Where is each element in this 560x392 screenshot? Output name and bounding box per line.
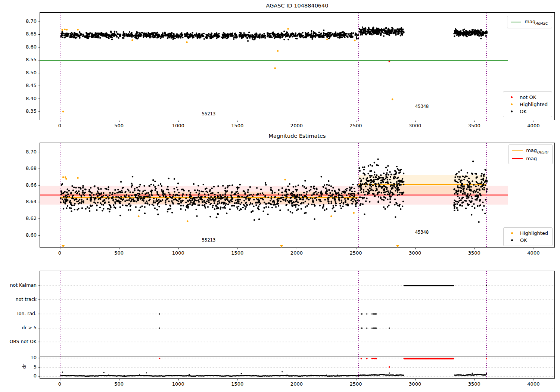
ok-point (240, 32, 242, 34)
ok-point (243, 32, 245, 34)
top-plot-marker-legend: not OK Highlighted OK (503, 91, 552, 117)
ok-point (304, 212, 305, 214)
ok-point (226, 190, 228, 192)
ok-point (239, 210, 240, 211)
ok-point (120, 196, 122, 197)
ok-point (380, 174, 382, 176)
ok-point (346, 33, 348, 34)
ok-point (361, 192, 362, 193)
x-tick-label: 2500 (345, 250, 367, 256)
ok-point (120, 198, 121, 199)
ok-point (222, 207, 224, 208)
ok-point (306, 205, 308, 207)
flag-point (159, 327, 160, 329)
ok-point (177, 194, 178, 196)
ok-point (464, 177, 465, 178)
ok-point (363, 30, 364, 31)
ok-point (231, 201, 233, 202)
ok-point (318, 32, 320, 33)
ok-point (387, 181, 388, 183)
ok-point (474, 34, 475, 35)
ok-point (119, 215, 121, 216)
ok-point (75, 187, 77, 188)
ok-point (271, 207, 273, 208)
ok-point (270, 35, 271, 36)
x-tick-label: 0 (49, 381, 71, 387)
ok-point (458, 200, 460, 201)
flag-row-label: dr > 5 (0, 325, 37, 330)
ok-point (213, 186, 215, 187)
ok-point (197, 196, 199, 197)
ok-point (368, 165, 369, 167)
ok-point (470, 32, 472, 33)
ok-point (338, 195, 339, 196)
ok-point (183, 190, 184, 191)
ok-point (302, 185, 304, 186)
ok-point (123, 31, 124, 33)
ok-point (288, 33, 289, 35)
ok-point (162, 199, 163, 201)
ok-point (253, 37, 255, 38)
ok-point (371, 33, 372, 34)
ok-point (155, 188, 156, 189)
ok-point (229, 208, 231, 210)
ok-point (182, 37, 183, 38)
ok-point (388, 205, 389, 206)
ok-point (64, 196, 66, 197)
ok-point (355, 32, 356, 34)
dr-red-bar-point (452, 358, 454, 359)
ok-point (402, 178, 403, 180)
ok-point (178, 199, 180, 200)
ok-point (385, 186, 386, 188)
ok-point (346, 195, 347, 196)
ok-point (227, 196, 228, 197)
ok-point (276, 36, 277, 37)
ok-point (165, 202, 166, 203)
ok-point (482, 185, 483, 186)
ok-point (77, 209, 78, 210)
middle-plot-title: Magnitude Estimates (40, 133, 554, 139)
ok-point (468, 34, 470, 36)
highlighted-point (354, 40, 356, 41)
ok-point (482, 202, 483, 203)
ok-point (265, 184, 267, 186)
ok-point (463, 191, 464, 192)
ok-point (177, 189, 178, 190)
ok-point (140, 34, 142, 35)
ok-point (236, 202, 237, 203)
ok-point (164, 193, 166, 195)
ok-point (146, 200, 147, 202)
ok-point (133, 200, 135, 202)
ok-point (472, 206, 473, 207)
ok-point (128, 199, 130, 201)
ok-point (349, 35, 351, 37)
ok-point (362, 203, 364, 205)
ok-point (370, 179, 372, 180)
ok-point (153, 36, 155, 38)
ok-point (137, 199, 139, 201)
ok-point (247, 40, 249, 42)
ok-point (189, 193, 191, 195)
ok-point (249, 34, 251, 36)
ok-point (116, 200, 118, 202)
x-tick-label: 4000 (522, 381, 545, 387)
ok-point (312, 201, 313, 202)
ok-point (285, 204, 287, 206)
ok-point (341, 201, 342, 203)
ok-point (250, 202, 251, 204)
ok-point (336, 194, 337, 195)
ok-point (315, 33, 317, 34)
dr-trace-point (486, 373, 487, 374)
ok-point (144, 212, 146, 214)
ok-point (130, 209, 131, 211)
ok-point (131, 198, 133, 200)
ok-point (74, 199, 75, 201)
ok-point (398, 169, 399, 171)
ok-point (371, 29, 373, 31)
ok-point (130, 33, 132, 35)
ok-point (327, 199, 329, 200)
ok-point (224, 198, 226, 200)
ok-point (396, 177, 398, 179)
ok-point (393, 184, 395, 186)
ok-point (85, 32, 87, 34)
